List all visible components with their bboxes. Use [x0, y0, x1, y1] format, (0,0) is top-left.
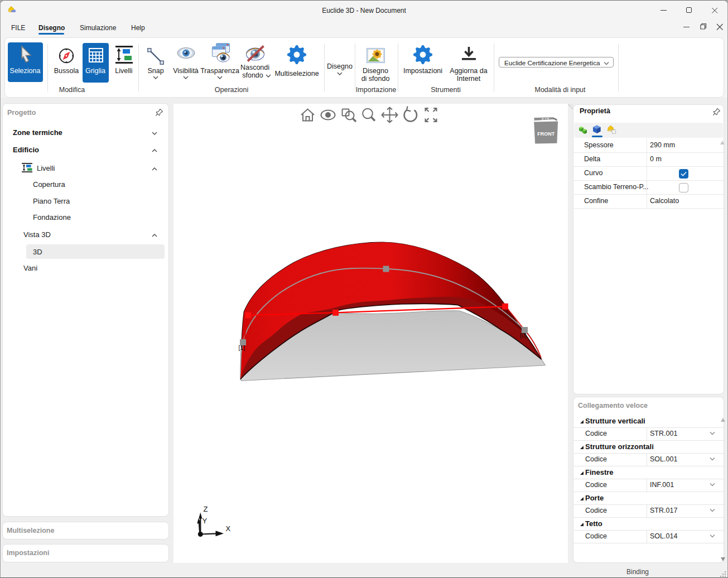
svg-text:Y: Y — [203, 517, 208, 525]
svg-text:[1]: [1] — [239, 344, 245, 351]
svg-text:Z: Z — [204, 505, 208, 513]
svg-text:FRONT: FRONT — [537, 131, 555, 137]
svg-text:X: X — [226, 524, 231, 533]
svg-text:[0]: [0] — [520, 332, 527, 339]
